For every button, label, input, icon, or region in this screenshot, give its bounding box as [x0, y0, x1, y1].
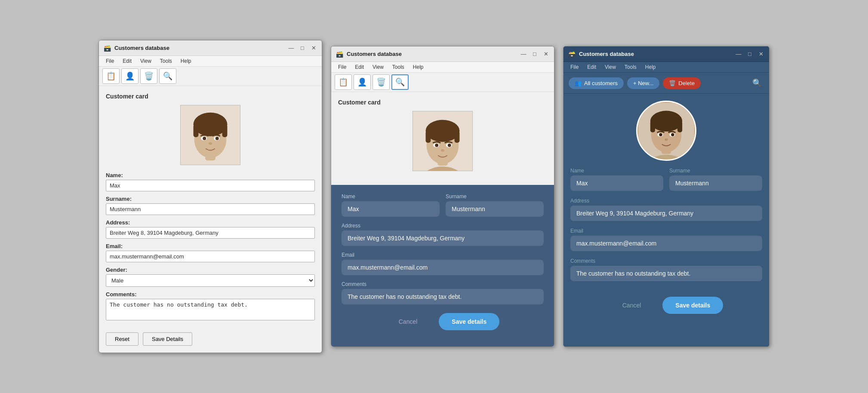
input-email-1[interactable] — [106, 251, 315, 262]
form-group-surname-1: Surname: — [106, 196, 315, 215]
menu-help-2[interactable]: Help — [409, 63, 427, 71]
svg-point-34 — [671, 133, 674, 136]
maximize-button-3[interactable]: □ — [746, 50, 754, 58]
menu-tools-2[interactable]: Tools — [389, 63, 408, 71]
dialog-save-button[interactable]: Save details — [439, 313, 499, 330]
maximize-button-1[interactable]: □ — [299, 44, 306, 52]
section-title-1: Customer card — [106, 93, 315, 100]
dialog-input-email[interactable] — [342, 260, 544, 275]
tool-search-1[interactable]: 🔍 — [159, 68, 176, 84]
tool-new-1[interactable]: 📋 — [102, 68, 120, 84]
form-group-comments-1: Comments: The customer has no outstandin… — [106, 291, 315, 322]
photo-area-3 — [570, 101, 762, 161]
maximize-button-2[interactable]: □ — [531, 50, 539, 58]
menu-view-3[interactable]: View — [601, 63, 619, 71]
textarea-comments-1[interactable]: The customer has no outstanding tax debt… — [106, 299, 315, 320]
menu-edit-2[interactable]: Edit — [351, 63, 367, 71]
menu-edit-3[interactable]: Edit — [584, 63, 600, 71]
tool-user-2[interactable]: 👤 — [354, 74, 371, 90]
window-controls-2: — □ ✕ — [520, 50, 550, 58]
delete-button[interactable]: 🗑️ Delete — [663, 77, 701, 89]
photo-2 — [412, 111, 473, 171]
tool-delete-1[interactable]: 🗑️ — [140, 68, 157, 84]
modern-input-surname[interactable] — [669, 175, 762, 191]
svg-rect-30 — [677, 121, 682, 132]
reset-button-1[interactable]: Reset — [106, 332, 139, 346]
window-2: 🗃️ Customers database — □ ✕ File Edit Vi… — [331, 46, 554, 347]
all-customers-icon: 👥 — [575, 80, 582, 86]
dialog-name-row: Name Surname — [342, 193, 544, 217]
form-group-email-1: Email: — [106, 243, 315, 262]
save-button-1[interactable]: Save Details — [143, 332, 192, 346]
dialog-input-name[interactable] — [342, 201, 440, 217]
svg-point-9 — [203, 137, 206, 140]
svg-point-21 — [435, 144, 438, 147]
modern-input-email[interactable] — [570, 236, 762, 251]
modern-label-address: Address — [570, 198, 762, 204]
dialog-label-surname: Surname — [446, 193, 544, 200]
all-customers-button[interactable]: 👥 All customers — [569, 77, 624, 89]
tool-new-2[interactable]: 📋 — [335, 74, 352, 90]
minimize-button-3[interactable]: — — [735, 50, 742, 58]
svg-rect-17 — [426, 131, 431, 143]
svg-point-23 — [441, 149, 444, 152]
modern-group-address: Address — [570, 198, 762, 221]
menu-view-2[interactable]: View — [369, 63, 387, 71]
content-3: Name Surname Address Email Comments Canc… — [563, 94, 769, 347]
modern-input-name[interactable] — [570, 175, 663, 191]
dialog-input-address[interactable] — [342, 230, 544, 246]
toolbar-2: 📋 👤 🗑️ 🔍 — [331, 73, 554, 92]
close-button-3[interactable]: ✕ — [757, 50, 765, 58]
menu-file-1[interactable]: File — [102, 57, 117, 65]
title-bar-1: 🗃️ Customers database — □ ✕ — [99, 40, 322, 56]
search-button-3[interactable]: 🔍 — [750, 76, 764, 90]
menu-bar-1: File Edit View Tools Help — [99, 56, 322, 67]
modern-input-address[interactable] — [570, 206, 762, 221]
dialog-label-name: Name — [342, 193, 440, 200]
window-controls-3: — □ ✕ — [735, 50, 765, 58]
app-icon-2: 🗃️ — [336, 50, 343, 58]
title-bar-3: 🗃️ Customers database — □ ✕ — [563, 46, 769, 62]
menu-help-1[interactable]: Help — [177, 57, 195, 65]
modern-input-comments[interactable] — [570, 266, 762, 281]
minimize-button-2[interactable]: — — [520, 50, 527, 58]
modern-group-name: Name — [570, 168, 663, 191]
dialog-input-comments[interactable] — [342, 289, 544, 304]
modern-label-name: Name — [570, 168, 663, 174]
label-name-1: Name: — [106, 172, 315, 178]
modern-save-button[interactable]: Save details — [662, 297, 723, 314]
close-button-1[interactable]: ✕ — [310, 44, 317, 52]
menu-bar-3: File Edit View Tools Help — [563, 62, 769, 73]
dialog-label-comments: Comments — [342, 281, 544, 287]
tool-search-2[interactable]: 🔍 — [391, 74, 409, 90]
menu-help-3[interactable]: Help — [642, 63, 659, 71]
menu-tools-1[interactable]: Tools — [157, 57, 175, 65]
photo-area-2 — [338, 111, 547, 171]
new-button[interactable]: + New... — [627, 77, 659, 89]
dialog-input-surname[interactable] — [446, 201, 544, 217]
menu-file-2[interactable]: File — [335, 63, 350, 71]
form-group-name-1: Name: — [106, 172, 315, 191]
close-button-2[interactable]: ✕ — [542, 50, 550, 58]
input-address-1[interactable] — [106, 227, 315, 239]
modern-cancel-button[interactable]: Cancel — [609, 297, 654, 314]
delete-icon: 🗑️ — [669, 80, 676, 86]
tool-user-1[interactable]: 👤 — [121, 68, 139, 84]
input-name-1[interactable] — [106, 180, 315, 191]
menu-file-3[interactable]: File — [567, 63, 582, 71]
svg-point-11 — [209, 142, 212, 145]
tool-delete-2[interactable]: 🗑️ — [372, 74, 390, 90]
dialog-group-comments: Comments — [342, 281, 544, 304]
svg-point-33 — [659, 133, 662, 136]
menu-edit-1[interactable]: Edit — [119, 57, 135, 65]
window-1: 🗃️ Customers database — □ ✕ File Edit Vi… — [98, 40, 322, 353]
input-surname-1[interactable] — [106, 203, 315, 215]
dialog-cancel-button[interactable]: Cancel — [386, 313, 431, 330]
label-surname-1: Surname: — [106, 196, 315, 202]
select-gender-1[interactable]: Male Female Other — [106, 274, 315, 287]
menu-tools-3[interactable]: Tools — [621, 63, 640, 71]
window-controls-1: — □ ✕ — [287, 44, 317, 52]
menu-view-1[interactable]: View — [137, 57, 155, 65]
minimize-button-1[interactable]: — — [287, 44, 295, 52]
dialog-group-address: Address — [342, 223, 544, 246]
